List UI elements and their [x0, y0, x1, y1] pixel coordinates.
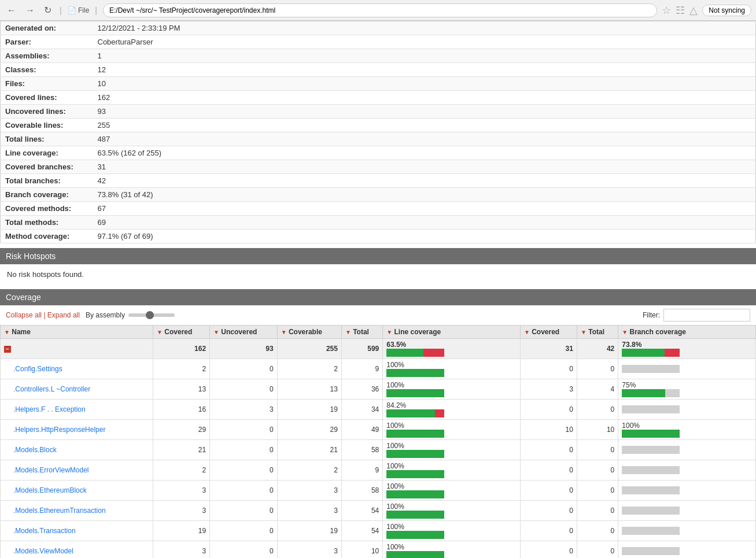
row-total-b: 0 [577, 460, 618, 481]
row-covered: 3 [153, 541, 210, 559]
row-name-link[interactable]: .Controllers.L ~Controller [13, 385, 90, 393]
col-coverable[interactable]: ▼ Coverable [277, 326, 341, 339]
row-line-coverage: 100% [383, 501, 521, 521]
row-name-cell: .Models.ErrorViewModel [1, 460, 153, 481]
col-branch-coverage[interactable]: ▼ Branch coverage [618, 326, 756, 339]
summary-label: Classes: [1, 63, 93, 77]
bookmark-icon[interactable]: ☷ [676, 4, 685, 17]
row-line-pct: 84.2% [386, 401, 406, 409]
row-name-link[interactable]: .Models.Transaction [13, 527, 76, 535]
col-covered-label: Covered [164, 328, 192, 336]
summary-row: Assemblies:1 [1, 49, 756, 63]
col-total-branches-label: Total [588, 328, 604, 336]
filter-input[interactable] [663, 309, 750, 322]
sort-arrow-coverable: ▼ [281, 329, 287, 335]
row-line-pct: 100% [386, 502, 404, 511]
summary-value: 162 [93, 91, 756, 105]
summary-value: 255 [93, 119, 756, 132]
row-name-link[interactable]: .Models.EthereumBlock [13, 486, 87, 494]
col-uncovered[interactable]: ▼ Uncovered [210, 326, 278, 339]
row-coverable: 19 [277, 400, 341, 420]
col-total[interactable]: ▼ Total [341, 326, 382, 339]
row-name-link[interactable]: .Models.EthereumTransaction [13, 507, 106, 515]
sort-arrow-name: ▼ [4, 329, 10, 335]
row-branch-coverage [618, 501, 756, 521]
summary-branch-pct: 73.8% [622, 341, 641, 349]
row-total: 49 [341, 420, 382, 440]
row-name-cell: .Helpers.F . . Exception [1, 400, 153, 420]
summary-label: Covered lines: [1, 91, 93, 105]
url-bar[interactable] [103, 3, 657, 17]
row-uncovered: 0 [210, 481, 278, 501]
row-coverable: 29 [277, 420, 341, 440]
row-uncovered: 0 [210, 501, 278, 521]
row-line-pct: 100% [386, 482, 404, 490]
coverage-section: Collapse all | Expand all By assembly Fi… [0, 305, 756, 558]
col-name[interactable]: ▼ Name [1, 326, 153, 339]
back-button[interactable]: ← [5, 4, 19, 17]
collapse-expand-links: Collapse all | Expand all [6, 311, 80, 319]
row-name-link[interactable]: .Models.ViewModel [13, 547, 73, 555]
row-name-link[interactable]: .Helpers.HttpResponseHelper [13, 426, 105, 434]
reload-button[interactable]: ↻ [42, 3, 54, 17]
separator: | [60, 6, 62, 15]
col-covered[interactable]: ▼ Covered [153, 326, 210, 339]
row-branch-coverage: 100% [618, 420, 756, 440]
row-name-link[interactable]: .Helpers.F . . Exception [13, 405, 86, 413]
filter-container: Filter: [643, 309, 750, 322]
row-covered: 2 [153, 359, 210, 379]
expand-all-link[interactable]: Expand all [47, 311, 80, 319]
star-icon[interactable]: ☆ [662, 4, 671, 17]
row-branch-coverage: 75% [618, 379, 756, 400]
row-line-pct: 100% [386, 442, 404, 450]
row-name-cell: .Models.Block [1, 440, 153, 460]
summary-row: Total branches:42 [1, 174, 756, 188]
row-covered-b: 0 [520, 359, 577, 379]
col-line-label: Line coverage [394, 328, 441, 336]
summary-coverable: 255 [277, 339, 341, 359]
collapse-toggle[interactable]: − [4, 346, 11, 353]
col-name-label: Name [12, 328, 31, 336]
summary-value: 73.8% (31 of 42) [93, 188, 756, 202]
summary-label: Total branches: [1, 174, 93, 188]
sort-arrow-total-b: ▼ [581, 329, 587, 335]
row-total-b: 0 [577, 400, 618, 420]
col-line-coverage[interactable]: ▼ Line coverage [383, 326, 521, 339]
grouping-slider-track [128, 313, 175, 317]
summary-value: 1 [93, 49, 756, 63]
collapse-all-link[interactable]: Collapse all [6, 311, 42, 319]
row-uncovered: 0 [210, 379, 278, 400]
col-uncovered-label: Uncovered [221, 328, 257, 336]
summary-value: 31 [93, 160, 756, 174]
forward-button[interactable]: → [23, 4, 37, 17]
summary-table: Generated on:12/12/2021 - 2:33:19 PMPars… [0, 21, 756, 243]
sort-arrow-covered-b: ▼ [524, 329, 530, 335]
grouping-slider-thumb[interactable] [146, 311, 154, 319]
row-name-link[interactable]: .Config.Settings [13, 365, 62, 373]
row-name-link[interactable]: .Models.Block [13, 446, 57, 454]
summary-row: Files:10 [1, 77, 756, 91]
row-covered-b: 0 [520, 440, 577, 460]
row-name-link[interactable]: .Models.ErrorViewModel [13, 466, 89, 474]
summary-label: Covered methods: [1, 202, 93, 216]
table-row: .Models.ErrorViewModel 2 0 2 9 100% 0 0 [1, 460, 756, 481]
summary-value: 42 [93, 174, 756, 188]
row-covered-b: 0 [520, 400, 577, 420]
sync-button[interactable]: Not syncing [702, 5, 751, 16]
row-covered-b: 3 [520, 379, 577, 400]
table-row: .Controllers.L ~Controller 13 0 13 36 10… [1, 379, 756, 400]
table-row: .Helpers.F . . Exception 16 3 19 34 84.2… [1, 400, 756, 420]
row-total-b: 0 [577, 541, 618, 559]
col-covered-branches[interactable]: ▼ Covered [520, 326, 577, 339]
summary-covered: 162 [153, 339, 210, 359]
row-branch-coverage [618, 359, 756, 379]
row-total: 58 [341, 481, 382, 501]
row-line-coverage: 100% [383, 521, 521, 541]
row-uncovered: 0 [210, 541, 278, 559]
summary-total: 599 [341, 339, 382, 359]
row-line-pct: 100% [386, 543, 404, 551]
summary-row: Covered branches:31 [1, 160, 756, 174]
col-total-branches[interactable]: ▼ Total [577, 326, 618, 339]
row-branch-coverage [618, 541, 756, 559]
profile-icon[interactable]: △ [689, 4, 698, 17]
